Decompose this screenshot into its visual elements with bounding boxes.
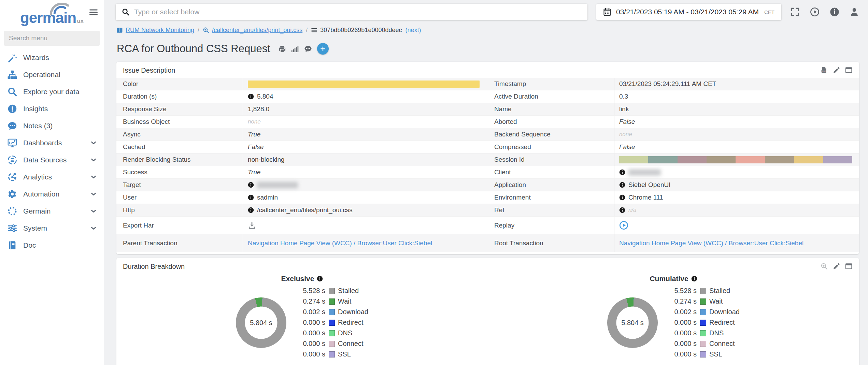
donut-chart: 5.804 s (236, 297, 286, 348)
info-icon[interactable] (619, 194, 625, 201)
sidebar-item-system[interactable]: System (0, 220, 104, 237)
comment-icon[interactable] (304, 45, 312, 53)
add-button[interactable] (317, 43, 329, 55)
window-icon[interactable] (845, 263, 852, 270)
info-icon[interactable] (691, 275, 697, 282)
redacted-value (628, 169, 661, 176)
breadcrumb-item[interactable]: /callcenter_enu/files/print_oui.css (203, 27, 302, 34)
field-value: 5.804 (243, 90, 488, 103)
columns-icon (116, 27, 123, 33)
field-label: Timestamp (488, 80, 614, 88)
field-value: none (243, 116, 488, 128)
table-row: CompressedFalse (488, 141, 859, 154)
csv-export-icon[interactable]: CSV (821, 67, 828, 74)
field-value (243, 78, 488, 90)
legend-item: 0.000 sSSL (667, 349, 740, 360)
sidebar-item-notes[interactable]: Notes (3) (0, 117, 104, 134)
sidebar-menu: WizardsOperationalExplore your dataInsig… (0, 49, 104, 254)
legend-swatch (700, 298, 706, 305)
info-icon[interactable] (248, 194, 254, 201)
info-icon[interactable] (317, 275, 323, 282)
info-icon[interactable] (248, 182, 254, 188)
sidebar-item-insights[interactable]: Insights (0, 100, 104, 117)
info-icon[interactable] (248, 93, 254, 100)
sidebar-item-automation[interactable]: Automation (0, 186, 104, 203)
info-icon[interactable] (619, 169, 625, 175)
info-icon[interactable] (619, 182, 625, 188)
sidebar-item-wizards[interactable]: Wizards (0, 49, 104, 66)
edit-icon[interactable] (833, 67, 840, 74)
field-label: Http (116, 206, 243, 214)
sidebar-item-analytics[interactable]: Analytics (0, 169, 104, 186)
logo-swoosh-icon (47, 3, 71, 16)
session-id-segment (619, 156, 648, 163)
field-label: Backend Sequence (488, 131, 614, 138)
topbar: 03/21/2023 05:19 AM - 03/21/2023 05:29 A… (104, 0, 868, 23)
breadcrumb-label: 307bdb0b0269b1e0000ddeec (320, 27, 402, 34)
field-value: n/a (614, 204, 859, 216)
sidebar-item-doc[interactable]: Doc (0, 237, 104, 254)
table-row: Parent TransactionNavigation Home Page V… (116, 234, 488, 252)
sidebar-item-operational[interactable]: Operational (0, 66, 104, 83)
legend-swatch (329, 320, 335, 326)
value-text: False (619, 143, 635, 151)
table-row: Refn/a (488, 204, 859, 217)
table-row: Client (488, 166, 859, 179)
sliders-icon (8, 223, 17, 233)
sidebar-item-germain[interactable]: Germain (0, 203, 104, 220)
field-label: Application (488, 181, 614, 189)
transaction-link[interactable]: Navigation Home Page View (WCC) / Browse… (619, 239, 803, 247)
issue-description-title: Issue Description (123, 67, 175, 74)
search-plus-icon (203, 27, 209, 33)
table-row: Response Size1,828.0 (116, 103, 488, 116)
legend-item: 0.002 sDownload (667, 307, 740, 317)
user-icon[interactable] (850, 7, 859, 17)
value-text: False (248, 143, 264, 151)
legend-label: Wait (338, 297, 351, 305)
legend-value: 0.002 s (296, 308, 325, 316)
info-icon[interactable] (248, 207, 254, 213)
zoom-icon[interactable] (821, 263, 828, 270)
play-circle-icon[interactable] (619, 221, 628, 230)
info-circle-icon[interactable] (830, 7, 839, 17)
value-text: link (619, 105, 629, 113)
legend-label: Stalled (709, 287, 730, 295)
download-icon[interactable] (248, 221, 256, 230)
play-circle-icon[interactable] (810, 7, 820, 17)
field-label: Root Transaction (488, 239, 614, 247)
sidebar-search-input[interactable] (4, 31, 100, 46)
field-label: Name (488, 105, 614, 113)
session-id-segment (707, 156, 736, 163)
session-id-segment (765, 156, 794, 163)
sidebar-item-data-sources[interactable]: Data Sources (0, 151, 104, 169)
calendar-icon (603, 8, 611, 16)
hamburger-menu-icon[interactable] (89, 8, 98, 17)
donut-center-label: 5.804 s (250, 319, 272, 326)
field-value: non-blocking (243, 154, 488, 166)
window-icon[interactable] (845, 67, 852, 74)
transaction-link[interactable]: Navigation Home Page View (WCC) / Browse… (248, 239, 432, 247)
signal-bars-icon[interactable] (291, 45, 299, 53)
sidebar-item-dashboards[interactable]: Dashboards (0, 134, 104, 151)
table-row: Timestamp03/21/2023 05:24:29.111 AM CET (488, 78, 859, 90)
legend-item: 0.000 sDNS (296, 328, 368, 338)
field-label: Response Size (116, 105, 243, 113)
global-search-input[interactable] (134, 8, 581, 16)
germain-logo[interactable]: germainux (20, 5, 84, 25)
sidebar-item-explore-your-data[interactable]: Explore your data (0, 83, 104, 100)
field-value: 1,828.0 (243, 103, 488, 115)
breadcrumb-next-link[interactable]: (next) (405, 27, 421, 34)
print-icon[interactable] (278, 45, 286, 53)
breadcrumb-item[interactable]: RUM Network Monitoring (116, 27, 194, 34)
fullscreen-icon[interactable] (790, 7, 800, 17)
session-id-segment (823, 156, 852, 163)
chart-body: 5.804 s5.528 sStalled0.274 sWait0.002 sD… (607, 286, 740, 360)
chart-title: Exclusive (281, 275, 323, 283)
edit-icon[interactable] (833, 263, 840, 270)
field-value: sadmin (243, 191, 488, 204)
date-range-picker[interactable]: 03/21/2023 05:19 AM - 03/21/2023 05:29 A… (596, 4, 781, 20)
info-icon[interactable] (619, 207, 625, 213)
chart-title-text: Cumulative (650, 275, 688, 283)
legend-value: 0.000 s (296, 340, 325, 348)
color-value-bar (248, 81, 480, 88)
